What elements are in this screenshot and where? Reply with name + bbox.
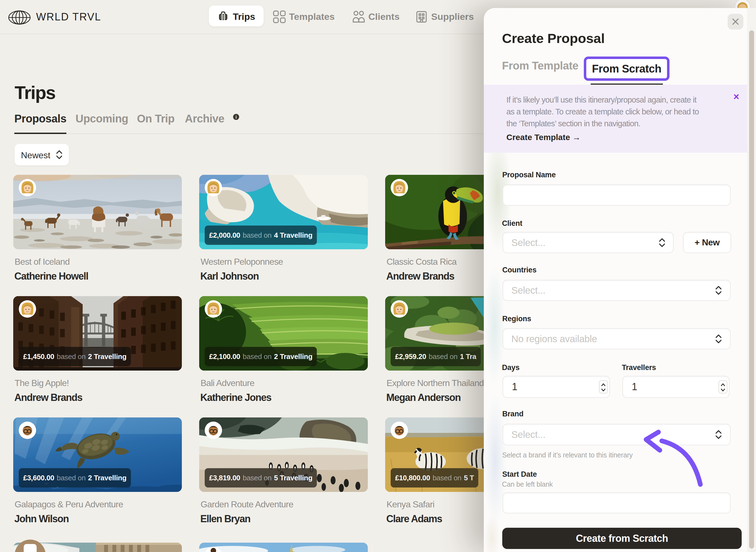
svg-text:i: i — [235, 115, 237, 119]
